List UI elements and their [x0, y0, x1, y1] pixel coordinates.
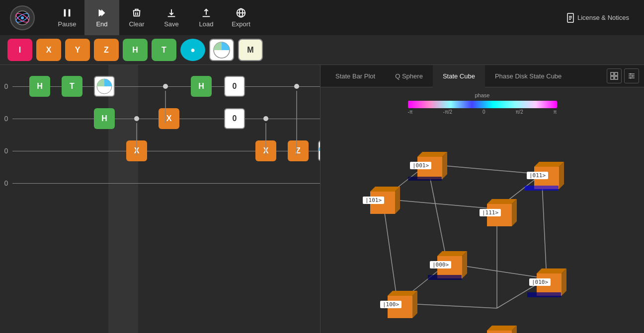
svg-marker-53: [487, 199, 517, 204]
label-010: |010>: [529, 278, 551, 286]
x-gate-2-2: X: [255, 140, 276, 161]
clear-button[interactable]: Clear: [119, 0, 154, 35]
svg-rect-4: [64, 9, 66, 17]
license-button[interactable]: License & Notices: [562, 13, 634, 23]
ctrl-dot-1-2[interactable]: [263, 116, 268, 121]
qubit-label-3: 0: [0, 179, 12, 187]
gate-phase[interactable]: [209, 39, 234, 61]
gate-X[interactable]: X: [36, 39, 61, 61]
label-000: |000>: [430, 261, 451, 268]
settings-icon-button[interactable]: [624, 68, 639, 83]
qubit-row-3: 0: [0, 167, 320, 199]
x-gate-row1[interactable]: X: [159, 108, 179, 129]
svg-marker-42: [417, 152, 447, 157]
tab-state-bar-plot[interactable]: State Bar Plot: [325, 65, 385, 87]
cube-101: |101>: [360, 182, 405, 221]
ctrl-dot-0-2[interactable]: [294, 84, 299, 89]
tab-state-cube[interactable]: State Cube: [433, 65, 485, 87]
app-logo: [10, 5, 35, 30]
qubit-row-2: 0 X X Z: [0, 134, 320, 167]
gate-Y[interactable]: Y: [65, 39, 90, 61]
phase-gradient-bar: [408, 101, 557, 108]
state-cube-viz: |001> |011> |101>: [321, 117, 644, 333]
tab-phase-disk[interactable]: Phase Disk State Cube: [485, 65, 571, 87]
svg-marker-56: [437, 251, 467, 256]
viz-tabs: State Bar Plot Q Sphere State Cube Phase…: [321, 65, 644, 87]
t-gate-0[interactable]: T: [62, 76, 82, 97]
qubit-line-2: X X Z: [12, 134, 320, 167]
cube-011: |011>: [524, 157, 569, 196]
qubit-label-1: 0: [0, 115, 12, 123]
cube-111: |111>: [477, 194, 522, 233]
svg-marker-7: [101, 9, 105, 17]
phase-gate-0[interactable]: [94, 76, 115, 97]
main-layout: 0 H T: [0, 65, 644, 333]
qubit-line-0: H T: [12, 70, 320, 102]
pause-button[interactable]: Pause: [50, 0, 84, 35]
measure-0: 0: [224, 76, 245, 97]
svg-marker-50: [370, 187, 400, 192]
svg-marker-46: [534, 162, 564, 167]
toolbar: Pause End Clear Save Load: [0, 0, 644, 35]
z-gate-row2[interactable]: Z: [288, 140, 309, 161]
qubit-label-2: 0: [0, 147, 12, 155]
qubit-line-1: H X 0: [12, 102, 320, 134]
z-gate-2: Z: [288, 140, 309, 161]
cube-100: |100>: [378, 286, 422, 325]
gate-ctrl[interactable]: ●: [180, 39, 205, 61]
gate-slot-0-2: [94, 76, 115, 97]
end-button[interactable]: End: [84, 0, 119, 35]
export-button[interactable]: Export: [224, 0, 258, 35]
tab-q-sphere[interactable]: Q Sphere: [385, 65, 433, 87]
viz-area: State Bar Plot Q Sphere State Cube Phase…: [321, 65, 644, 333]
x-gate-row2[interactable]: X: [126, 140, 147, 161]
cube-110: |110>: [477, 321, 522, 333]
save-button[interactable]: Save: [154, 0, 189, 35]
svg-rect-22: [611, 76, 614, 79]
gate-Z[interactable]: Z: [94, 39, 119, 61]
cube-000: |000>: [427, 246, 472, 285]
gate-H[interactable]: H: [123, 39, 148, 61]
x-gate-row2-2[interactable]: X: [255, 140, 276, 161]
circuit-area: 0 H T: [0, 65, 321, 333]
load-button[interactable]: Load: [189, 0, 224, 35]
ctrl-dot-1[interactable]: [134, 116, 139, 121]
cube-010: |010>: [527, 264, 571, 303]
svg-rect-20: [611, 72, 614, 75]
gate-slot-0-1: T: [62, 76, 82, 97]
phase-legend: phase -π -π/2 0 π/2 π: [321, 87, 644, 117]
svg-marker-67: [487, 326, 517, 331]
h-gate-0-2: H: [191, 76, 212, 97]
gate-palette: I X Y Z H T ● M: [0, 35, 644, 65]
gate-I[interactable]: I: [7, 39, 32, 61]
phase-ticks: -π -π/2 0 π/2 π: [408, 109, 557, 115]
label-111: |111>: [480, 209, 501, 216]
svg-point-3: [21, 16, 24, 19]
qubit-row-0: 0 H T: [0, 70, 320, 102]
svg-rect-5: [69, 9, 71, 17]
ctrl-dot-0[interactable]: [163, 84, 168, 89]
label-011: |011>: [527, 172, 548, 179]
gate-slot-0-0: H: [29, 76, 50, 97]
svg-marker-64: [388, 291, 417, 296]
gate-T[interactable]: T: [152, 39, 176, 61]
layout-icon-button[interactable]: [607, 68, 622, 83]
gate-M[interactable]: M: [238, 39, 263, 61]
cube-001: |001>: [407, 147, 452, 186]
measure-gate-1[interactable]: 0: [224, 108, 245, 129]
h-gate-1: H: [94, 108, 115, 129]
phase-label: phase: [330, 92, 634, 98]
h-gate-row0-2[interactable]: H: [191, 76, 212, 97]
label-100: |100>: [380, 301, 402, 308]
svg-rect-45: [408, 177, 442, 181]
x-gate-2: X: [126, 140, 147, 161]
svg-rect-49: [525, 186, 559, 191]
svg-point-29: [630, 77, 632, 79]
h-gate-0[interactable]: H: [29, 76, 50, 97]
qubit-lines: 0 H T: [0, 65, 320, 204]
svg-rect-23: [615, 76, 618, 79]
qubit-line-3: [12, 167, 320, 199]
svg-rect-59: [428, 275, 462, 280]
h-gate-row1[interactable]: H: [94, 108, 115, 129]
measure-gate-0[interactable]: 0: [224, 76, 245, 97]
